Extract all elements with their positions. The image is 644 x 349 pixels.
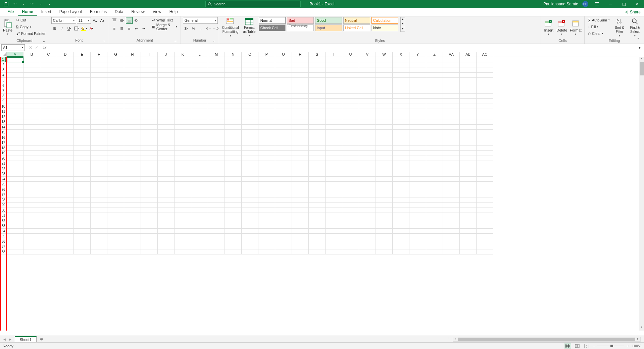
cell[interactable]: [208, 73, 225, 78]
cell[interactable]: [426, 166, 443, 172]
cell[interactable]: [409, 166, 426, 172]
cell[interactable]: [23, 78, 40, 83]
cell[interactable]: [74, 73, 91, 78]
cell[interactable]: [141, 213, 158, 218]
cell[interactable]: [107, 171, 124, 177]
cell[interactable]: [326, 182, 342, 187]
cell[interactable]: [23, 223, 40, 229]
autosum-button[interactable]: ∑AutoSum▾: [587, 17, 611, 23]
cell[interactable]: [275, 223, 292, 229]
cell[interactable]: [57, 223, 74, 229]
cell[interactable]: [443, 249, 460, 255]
cell[interactable]: [7, 119, 23, 125]
cell[interactable]: [258, 166, 275, 172]
cell[interactable]: [393, 99, 409, 104]
cell[interactable]: [40, 208, 57, 213]
cell[interactable]: [326, 94, 342, 99]
cell[interactable]: [175, 166, 191, 172]
align-middle-button[interactable]: [118, 17, 125, 24]
cell[interactable]: [460, 202, 477, 208]
cell[interactable]: [342, 213, 359, 218]
cell[interactable]: [225, 125, 242, 130]
cell[interactable]: [342, 114, 359, 120]
cell[interactable]: [23, 114, 40, 120]
cell[interactable]: [292, 135, 309, 140]
cell[interactable]: [57, 229, 74, 234]
cell[interactable]: [124, 239, 141, 244]
row-header[interactable]: 22: [1, 166, 6, 172]
cell[interactable]: [74, 234, 91, 239]
cell[interactable]: [326, 67, 342, 73]
cell[interactable]: [477, 182, 493, 187]
tab-home[interactable]: Home: [18, 8, 37, 16]
cell[interactable]: [443, 234, 460, 239]
cell[interactable]: [359, 208, 376, 213]
cell[interactable]: [40, 99, 57, 104]
cell[interactable]: [124, 187, 141, 192]
cell[interactable]: [393, 229, 409, 234]
column-header[interactable]: Z: [426, 52, 443, 57]
cell[interactable]: [158, 83, 175, 89]
cell[interactable]: [175, 83, 191, 89]
cell[interactable]: [477, 187, 493, 192]
cell[interactable]: [124, 192, 141, 197]
cell[interactable]: [23, 202, 40, 208]
cell[interactable]: [242, 234, 258, 239]
row-header[interactable]: 27: [1, 192, 6, 197]
cell[interactable]: [359, 202, 376, 208]
cell[interactable]: [225, 88, 242, 94]
cell[interactable]: [124, 140, 141, 146]
cell[interactable]: [225, 239, 242, 244]
cell[interactable]: [409, 130, 426, 135]
cell[interactable]: [460, 197, 477, 203]
cell[interactable]: [359, 161, 376, 166]
cell[interactable]: [326, 99, 342, 104]
cell-style-calculation[interactable]: Calculation: [371, 17, 398, 24]
cell[interactable]: [158, 146, 175, 151]
cell-style-note[interactable]: Note: [371, 24, 398, 31]
cell[interactable]: [309, 130, 326, 135]
cell[interactable]: [426, 57, 443, 62]
cell[interactable]: [426, 234, 443, 239]
cell[interactable]: [40, 135, 57, 140]
row-header[interactable]: 2: [1, 62, 6, 68]
cell[interactable]: [91, 99, 107, 104]
cell[interactable]: [124, 57, 141, 62]
cut-button[interactable]: ✂Cut: [15, 17, 47, 23]
cell[interactable]: [409, 187, 426, 192]
row-header[interactable]: 38: [1, 249, 6, 255]
cell[interactable]: [393, 202, 409, 208]
cell[interactable]: [74, 177, 91, 182]
cell[interactable]: [141, 218, 158, 224]
font-color-button[interactable]: A▾: [88, 25, 95, 32]
cell[interactable]: [342, 73, 359, 78]
cell[interactable]: [359, 104, 376, 109]
cell[interactable]: [124, 151, 141, 156]
cell[interactable]: [426, 151, 443, 156]
cell[interactable]: [393, 78, 409, 83]
cell[interactable]: [7, 88, 23, 94]
cell[interactable]: [91, 94, 107, 99]
cell[interactable]: [409, 88, 426, 94]
cell[interactable]: [443, 197, 460, 203]
cell[interactable]: [275, 125, 292, 130]
cell[interactable]: [23, 119, 40, 125]
cell[interactable]: [326, 88, 342, 94]
cell[interactable]: [393, 208, 409, 213]
cell[interactable]: [7, 234, 23, 239]
cell[interactable]: [141, 177, 158, 182]
cell[interactable]: [309, 109, 326, 114]
cell[interactable]: [107, 166, 124, 172]
row-header[interactable]: 20: [1, 156, 6, 161]
cell[interactable]: [23, 62, 40, 68]
cell[interactable]: [175, 130, 191, 135]
cell[interactable]: [124, 177, 141, 182]
cell[interactable]: [191, 161, 208, 166]
cell[interactable]: [409, 208, 426, 213]
cell[interactable]: [460, 208, 477, 213]
cell[interactable]: [124, 88, 141, 94]
cell[interactable]: [443, 135, 460, 140]
cell[interactable]: [342, 208, 359, 213]
cell[interactable]: [57, 146, 74, 151]
cell[interactable]: [225, 94, 242, 99]
